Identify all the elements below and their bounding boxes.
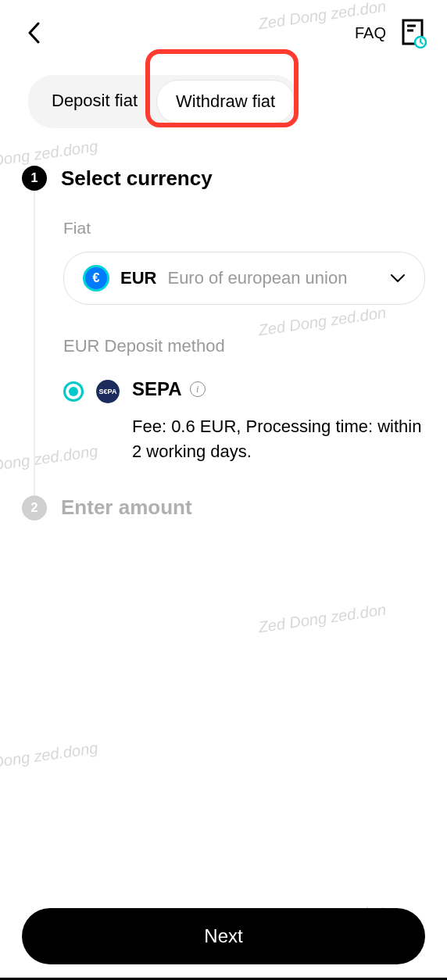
currency-code: EUR <box>120 268 156 288</box>
watermark: Dong zed.dong <box>0 739 99 772</box>
sepa-badge-icon: S€PA <box>96 380 120 403</box>
method-name: SEPA <box>132 378 182 400</box>
fiat-label: Fiat <box>63 219 425 238</box>
step-1-title: Select currency <box>61 166 213 191</box>
chevron-left-icon <box>27 22 40 44</box>
step-2: 2 Enter amount <box>22 495 425 520</box>
step-2-title: Enter amount <box>61 495 192 520</box>
tab-withdraw-fiat[interactable]: Withdraw fiat <box>156 80 295 123</box>
header-right: FAQ <box>355 19 425 47</box>
step-1-header: 1 Select currency <box>22 166 425 191</box>
step-1-body: Fiat € EUR Euro of european union EUR De… <box>34 191 425 495</box>
method-content: SEPA i Fee: 0.6 EUR, Processing time: wi… <box>132 378 425 464</box>
method-name-row: SEPA i <box>132 378 425 400</box>
step-2-number: 2 <box>22 495 47 520</box>
tabs: Deposit fiat Withdraw fiat <box>28 75 299 128</box>
faq-link[interactable]: FAQ <box>355 24 386 42</box>
step-2-header: 2 Enter amount <box>22 495 425 520</box>
method-description: Fee: 0.6 EUR, Processing time: within 2 … <box>132 414 425 464</box>
currency-selector[interactable]: € EUR Euro of european union <box>63 252 425 305</box>
deposit-method-label: EUR Deposit method <box>63 336 425 356</box>
euro-icon: € <box>83 265 109 291</box>
header: FAQ <box>0 0 447 55</box>
currency-name: Euro of european union <box>167 268 379 288</box>
chevron-down-icon <box>390 274 406 283</box>
document-clock-icon <box>400 19 427 48</box>
watermark: Zed Dong zed.don <box>257 601 387 637</box>
step-1-number: 1 <box>22 166 47 191</box>
info-icon[interactable]: i <box>190 381 206 397</box>
radio-selected-icon <box>63 381 84 402</box>
tab-deposit-fiat[interactable]: Deposit fiat <box>33 80 156 123</box>
history-icon[interactable] <box>400 19 425 47</box>
method-option-sepa[interactable]: S€PA SEPA i Fee: 0.6 EUR, Processing tim… <box>63 378 425 464</box>
tabs-container: Deposit fiat Withdraw fiat <box>0 55 447 128</box>
step-1: 1 Select currency Fiat € EUR Euro of eur… <box>22 166 425 495</box>
next-button[interactable]: Next <box>22 908 425 964</box>
steps-container: 1 Select currency Fiat € EUR Euro of eur… <box>0 128 447 520</box>
back-button[interactable] <box>22 21 45 45</box>
